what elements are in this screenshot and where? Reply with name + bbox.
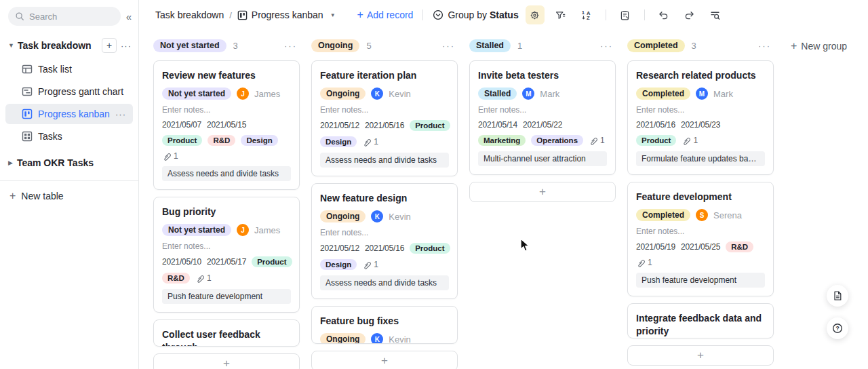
sidebar-item-tasks[interactable]: Tasks [5,126,133,147]
column-more-icon[interactable]: ··· [600,41,616,51]
search-input[interactable]: Search [8,7,121,26]
kanban-card[interactable]: Feature iteration planOngoingKKevinEnter… [311,60,458,176]
attachment-field: 1 [362,260,378,269]
new-group-button[interactable]: +New group [791,38,847,52]
card-field-row: 2021/05/122021/05/16Product [320,120,449,131]
sort-button[interactable]: 1AZ [577,5,596,24]
toolbar-divider [606,9,606,20]
column-count: 3 [233,41,238,51]
assignee-name: Mark [540,89,559,99]
date-value: 2021/05/15 [207,120,246,130]
new-table-button[interactable]: + New table [0,184,138,208]
kanban-card[interactable]: Feature bug fixesOngoingKKevin [311,306,458,344]
sidebar-section-task-breakdown[interactable]: ▼ Task breakdown + ··· [0,34,138,57]
tag-badge: R&D [208,135,235,146]
kanban-card[interactable]: Collect user feedback through [153,319,300,347]
assignee-avatar: S [696,209,708,221]
card-title: Research related products [636,69,765,82]
sidebar-item-task-list[interactable]: Task list [5,59,133,79]
column-status-badge[interactable]: Not yet started [153,39,226,52]
column-status-badge[interactable]: Completed [627,39,685,52]
column-header: Stalled1··· [469,38,616,53]
column-more-icon[interactable]: ··· [442,41,458,51]
date-value: 2021/05/17 [207,257,246,267]
kanban-card[interactable]: Integrate feedback data and priority [627,303,774,338]
form-record-float-button[interactable] [827,285,848,307]
paperclip-icon [636,258,645,267]
redo-button[interactable] [680,5,699,24]
linked-record-chip: Formulate feature updates base... [636,151,765,166]
tag-badge: Operations [531,135,583,146]
kanban-card[interactable]: Invite beta testersStalledMMarkEnter not… [469,60,616,175]
kanban-board: Not yet started3···Review new featuresNo… [139,30,868,369]
kanban-card[interactable]: Bug priorityNot yet startedJJamesEnter n… [153,197,300,313]
view-more-icon[interactable]: ··· [115,109,126,119]
breadcrumb-table[interactable]: Task breakdown [155,9,224,20]
kanban-card[interactable]: Research related productsCompletedMMarkE… [627,60,774,175]
sidebar-item-progress-kanban[interactable]: Progress kanban ··· [5,104,133,124]
card-title: Review new features [162,69,291,82]
svg-text:1: 1 [581,9,585,16]
toolbar-divider [644,9,645,20]
assignee-name: James [254,89,280,99]
kanban-view-icon [237,10,248,20]
view-settings-button[interactable] [526,5,545,24]
section-more-icon[interactable]: ··· [121,41,132,51]
kanban-card[interactable]: Feature developmentCompletedSSerenaEnter… [627,182,774,296]
column-status-badge[interactable]: Ongoing [311,39,359,52]
table-icon [22,64,33,75]
undo-button[interactable] [654,5,673,24]
add-view-button[interactable]: + [102,38,117,53]
column-more-icon[interactable]: ··· [284,41,300,51]
add-card-button[interactable]: + [311,351,458,369]
card-status-badge: Not yet started [162,224,231,236]
add-card-button[interactable]: + [627,345,774,366]
sidebar-item-progress-gantt[interactable]: Progress gantt chart [5,81,133,102]
attachment-count: 1 [207,273,212,283]
group-by-label: Group by [448,9,487,20]
notes-placeholder[interactable]: Enter notes... [636,227,765,236]
card-field-row: 2021/05/072021/05/15 [162,120,291,130]
search-records-button[interactable] [706,5,725,24]
tag-badge: Design [320,136,357,147]
kanban-card[interactable]: New feature designOngoingKKevinEnter not… [311,183,458,299]
notes-placeholder[interactable]: Enter notes... [162,105,291,115]
tag-badge: Product [636,135,676,146]
form-button[interactable] [616,5,635,24]
paperclip-icon [195,274,204,283]
collapse-sidebar-icon[interactable]: « [126,11,132,22]
sidebar-item-label: Tasks [38,131,62,142]
search-placeholder: Search [29,12,57,22]
add-card-button[interactable]: + [469,182,616,202]
sidebar: Search « ▼ Task breakdown + ··· Task lis… [0,0,139,369]
paperclip-icon [162,152,171,161]
card-status-row: Not yet startedJJames [162,88,291,100]
kanban-card[interactable]: Review new featuresNot yet startedJJames… [153,60,300,190]
attachment-count: 1 [693,136,698,145]
group-by-button[interactable]: Group by Status [433,9,518,20]
sidebar-section-team-okr[interactable]: ▶ Team OKR Tasks [0,152,138,174]
view-switcher[interactable]: Progress kanban ▼ [237,9,336,20]
section-label: Task breakdown [18,40,102,51]
assignee-avatar: M [522,88,534,100]
card-status-badge: Ongoing [320,333,366,344]
filter-button[interactable] [551,5,570,24]
notes-placeholder[interactable]: Enter notes... [162,241,291,251]
column-more-icon[interactable]: ··· [758,41,774,51]
tag-badge: Design [241,135,277,146]
notes-placeholder[interactable]: Enter notes... [636,105,765,115]
search-list-icon [709,9,721,21]
card-title: New feature design [320,192,449,205]
card-status-badge: Not yet started [162,88,231,100]
column-status-badge[interactable]: Stalled [469,39,511,52]
notes-placeholder[interactable]: Enter notes... [478,105,607,115]
notes-placeholder[interactable]: Enter notes... [320,105,449,115]
linked-record-chip: Assess needs and divide tasks [320,153,449,168]
tag-badge: Marketing [478,135,526,146]
notes-placeholder[interactable]: Enter notes... [320,228,449,237]
help-float-button[interactable]: ? [827,317,848,339]
kanban-column: Completed3···Research related productsCo… [627,38,774,366]
attachment-count: 1 [374,137,378,147]
add-record-button[interactable]: + Add record [357,9,414,21]
add-card-button[interactable]: + [153,353,300,369]
